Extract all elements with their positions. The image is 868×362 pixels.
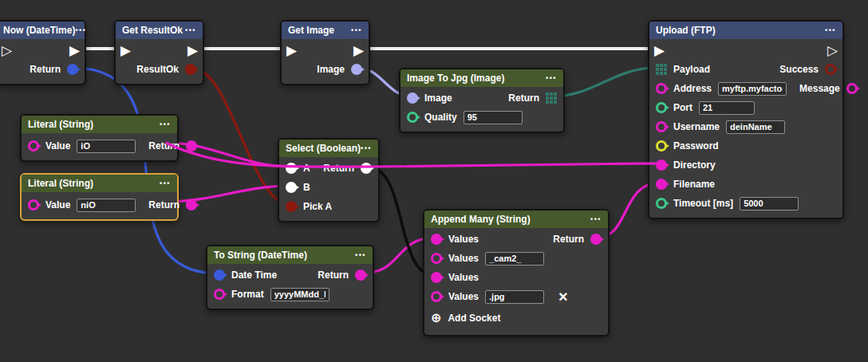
node-menu-icon[interactable]: ••• <box>160 180 171 187</box>
exec-out-port[interactable]: ▶ <box>69 44 80 57</box>
node-header[interactable]: Select (Boolean) ••• <box>279 140 378 157</box>
value-input-socket[interactable] <box>28 199 39 211</box>
exec-in-port[interactable]: ▶ <box>654 44 665 57</box>
a-input-socket[interactable] <box>286 163 297 174</box>
image-input-socket[interactable] <box>407 92 418 104</box>
exec-in-port[interactable]: ▶ <box>286 44 297 57</box>
node-menu-icon[interactable]: ••• <box>361 145 372 152</box>
address-field[interactable] <box>718 82 787 96</box>
exec-out-port[interactable]: ▶ <box>353 44 364 57</box>
port-field[interactable] <box>699 101 755 115</box>
filename-input-socket[interactable] <box>656 179 667 190</box>
value-field[interactable] <box>77 140 136 153</box>
node-menu-icon[interactable]: ••• <box>590 216 602 223</box>
node-menu-icon[interactable]: ••• <box>351 27 362 34</box>
node-append-many[interactable]: Append Many (String) ••• Values Return V… <box>423 209 610 336</box>
wire-literalio-selecta[interactable] <box>166 143 290 167</box>
password-input-socket[interactable] <box>656 140 667 151</box>
node-get-resultok[interactable]: Get ResultOk ••• ▶ ▶ ResultOk <box>114 20 204 85</box>
image-output-socket[interactable] <box>351 64 362 75</box>
node-menu-icon[interactable]: ••• <box>185 27 196 34</box>
image-input-label: Image <box>424 92 452 104</box>
value-field[interactable] <box>77 199 136 212</box>
quality-field[interactable] <box>464 111 523 124</box>
format-input-socket[interactable] <box>214 289 225 300</box>
node-image-to-jpg[interactable]: Image To Jpg (Image) ••• Image Return Qu… <box>399 68 565 133</box>
payload-grid-input-socket[interactable] <box>656 64 667 75</box>
value-input-socket[interactable] <box>28 140 39 151</box>
node-header[interactable]: Get Image ••• <box>282 22 369 39</box>
node-menu-icon[interactable]: ••• <box>825 27 836 34</box>
message-output-socket[interactable] <box>846 83 858 94</box>
node-title: Get ResultOk <box>122 25 183 36</box>
bytes-grid-output-socket[interactable] <box>546 92 557 104</box>
node-menu-icon[interactable]: ••• <box>75 27 86 34</box>
add-socket-label[interactable]: Add Socket <box>448 313 500 324</box>
node-upload-ftp[interactable]: Upload (FTP) ••• ▶ ▷ Payload Success Add… <box>648 20 844 219</box>
timeout-input-socket[interactable] <box>656 198 667 209</box>
node-title: Get Image <box>288 25 334 36</box>
node-menu-icon[interactable]: ••• <box>160 121 171 128</box>
address-input-socket[interactable] <box>656 83 667 94</box>
exec-out-port[interactable]: ▶ <box>187 44 198 57</box>
datetime-input-socket[interactable] <box>214 270 225 281</box>
values3-input-socket[interactable] <box>431 272 442 283</box>
values4-field[interactable] <box>485 290 544 304</box>
return-output-socket[interactable] <box>361 163 372 174</box>
values2-input-socket[interactable] <box>431 253 442 264</box>
wire-now-tostring[interactable] <box>73 68 219 273</box>
quality-input-socket[interactable] <box>407 112 418 123</box>
success-output-socket[interactable] <box>825 64 836 75</box>
values2-field[interactable] <box>485 252 544 266</box>
node-now[interactable]: Now (DateTime) ••• ▷ ▶ Return <box>0 20 86 85</box>
node-header[interactable]: Get ResultOk ••• <box>116 22 203 39</box>
b-input-socket[interactable] <box>286 182 297 193</box>
return-output-socket[interactable] <box>186 199 197 211</box>
resultok-output-socket[interactable] <box>185 64 196 75</box>
node-header[interactable]: Literal (String) ••• <box>22 175 177 192</box>
node-literal-string-io[interactable]: Literal (String) ••• Value Return <box>20 114 179 162</box>
node-select-boolean[interactable]: Select (Boolean) ••• A Return B Pick A <box>278 138 380 222</box>
message-output-label: Message <box>799 83 840 94</box>
port-input-socket[interactable] <box>656 102 667 113</box>
add-socket-icon[interactable]: ⊕ <box>431 312 441 325</box>
node-header[interactable]: Literal (String) ••• <box>22 116 177 133</box>
values4-input-socket[interactable] <box>431 291 442 302</box>
node-to-string-datetime[interactable]: To String (DateTime) ••• Date Time Retur… <box>206 245 374 310</box>
wire-imagetojpg-payload[interactable] <box>552 68 656 96</box>
value-input-label: Value <box>45 199 70 211</box>
picka-input-socket[interactable] <box>286 201 297 212</box>
node-menu-icon[interactable]: ••• <box>546 75 557 82</box>
format-field[interactable] <box>270 288 329 301</box>
node-literal-string-nio[interactable]: Literal (String) ••• Value Return <box>20 173 179 221</box>
node-get-image[interactable]: Get Image ••• ▶ ▶ Image <box>280 20 370 85</box>
node-title: Upload (FTP) <box>656 25 716 36</box>
username-field[interactable] <box>726 120 785 134</box>
node-menu-icon[interactable]: ••• <box>355 252 366 259</box>
return-output-socket[interactable] <box>590 234 602 245</box>
payload-input-label: Payload <box>673 64 710 75</box>
return-output-socket[interactable] <box>355 270 366 281</box>
node-graph-canvas[interactable]: Now (DateTime) ••• ▷ ▶ Return Get Result… <box>0 0 868 362</box>
node-header[interactable]: Now (DateTime) ••• <box>0 22 85 39</box>
node-header[interactable]: Image To Jpg (Image) ••• <box>400 69 563 87</box>
wire-literalio-directory[interactable] <box>166 143 661 167</box>
node-header[interactable]: To String (DateTime) ••• <box>207 246 373 264</box>
remove-socket-icon[interactable]: × <box>558 289 568 305</box>
wire-literalnio-selectb[interactable] <box>166 186 290 202</box>
directory-input-socket[interactable] <box>656 159 667 171</box>
timeout-field[interactable] <box>740 197 799 211</box>
return-output-socket[interactable] <box>67 64 78 75</box>
exec-in-port[interactable]: ▶ <box>120 44 131 57</box>
node-header[interactable]: Append Many (String) ••• <box>424 211 608 228</box>
filename-input-label: Filename <box>673 179 715 190</box>
username-input-socket[interactable] <box>656 121 667 132</box>
values1-input-socket[interactable] <box>431 234 442 245</box>
exec-out-port[interactable]: ▷ <box>827 44 838 57</box>
username-input-label: Username <box>673 121 720 132</box>
node-header[interactable]: Upload (FTP) ••• <box>649 22 842 39</box>
exec-in-port[interactable]: ▷ <box>2 44 12 57</box>
node-title: Literal (String) <box>28 119 93 130</box>
wire-resultok-picka[interactable] <box>191 68 290 205</box>
return-output-socket[interactable] <box>186 140 197 151</box>
